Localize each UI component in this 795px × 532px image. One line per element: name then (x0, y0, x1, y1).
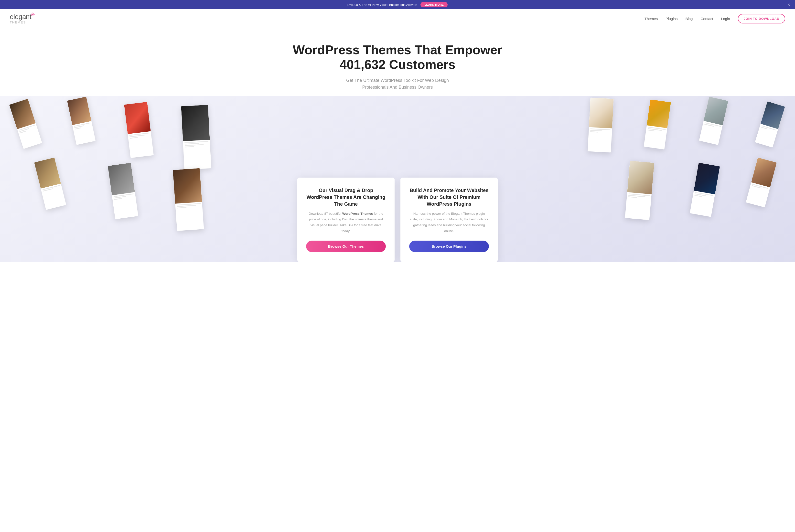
bg-card-right-1 (588, 98, 613, 153)
hero-content: WordPress Themes That Empower 401,632 Cu… (0, 28, 795, 91)
announcement-text: Divi 3.0 & The All New Visual Builder Ha… (347, 3, 417, 6)
bg-card-right-2 (644, 99, 671, 150)
main-nav: Themes Plugins Blog Contact Login JOIN T… (644, 14, 785, 23)
hero-visual: Our Visual Drag & Drop WordPress Themes … (0, 96, 795, 262)
plugins-card: Build And Promote Your Websites With Our… (400, 177, 498, 262)
logo-themes: themes (10, 21, 35, 24)
bg-card-right-5 (625, 161, 654, 220)
bg-card-left-2 (67, 97, 96, 145)
site-logo[interactable]: elegant✳ themes (10, 13, 35, 24)
bg-card-left-5 (34, 157, 66, 210)
bg-card-left-7 (173, 168, 204, 231)
browse-themes-button[interactable]: Browse Our Themes (306, 241, 386, 252)
themes-card-title: Our Visual Drag & Drop WordPress Themes … (306, 187, 386, 207)
hero-subtitle: Get The Ultimate WordPress Toolkit For W… (339, 77, 456, 91)
join-to-download-button[interactable]: JOIN TO DOWNLOAD (738, 14, 785, 23)
nav-login[interactable]: Login (721, 17, 730, 21)
learn-more-button[interactable]: LEARN MORE (420, 2, 448, 7)
themes-card: Our Visual Drag & Drop WordPress Themes … (297, 177, 395, 262)
logo-star-icon: ✳ (31, 12, 35, 18)
logo-elegant: elegant (10, 13, 31, 21)
bg-card-right-7 (746, 157, 777, 207)
nav-blog[interactable]: Blog (685, 17, 693, 21)
bg-card-left-3 (124, 102, 154, 158)
browse-plugins-button[interactable]: Browse Our Plugins (409, 241, 489, 252)
plugins-card-description: Harness the power of the Elegant Themes … (409, 211, 489, 234)
site-header: elegant✳ themes Themes Plugins Blog Cont… (0, 9, 795, 28)
bg-card-left-6 (108, 163, 138, 219)
announcement-bar: Divi 3.0 & The All New Visual Builder Ha… (0, 0, 795, 9)
bg-card-left-1 (9, 99, 42, 149)
hero-section: WordPress Themes That Empower 401,632 Cu… (0, 28, 795, 262)
page-wrapper: Divi 3.0 & The All New Visual Builder Ha… (0, 0, 795, 532)
plugins-card-title: Build And Promote Your Websites With Our… (409, 187, 489, 207)
bg-card-right-6 (690, 163, 720, 217)
nav-themes[interactable]: Themes (644, 17, 658, 21)
nav-contact[interactable]: Contact (700, 17, 713, 21)
nav-plugins[interactable]: Plugins (665, 17, 678, 21)
announcement-close-button[interactable]: × (788, 2, 790, 7)
bg-card-right-3 (699, 97, 728, 145)
bg-card-right-4 (755, 101, 785, 148)
center-cards: Our Visual Drag & Drop WordPress Themes … (297, 177, 498, 262)
bg-card-left-4 (181, 105, 211, 170)
themes-card-description: Download 87 beautiful WordPress Themes f… (306, 211, 386, 234)
logo-text: elegant✳ themes (10, 13, 35, 24)
hero-title: WordPress Themes That Empower 401,632 Cu… (292, 43, 503, 72)
